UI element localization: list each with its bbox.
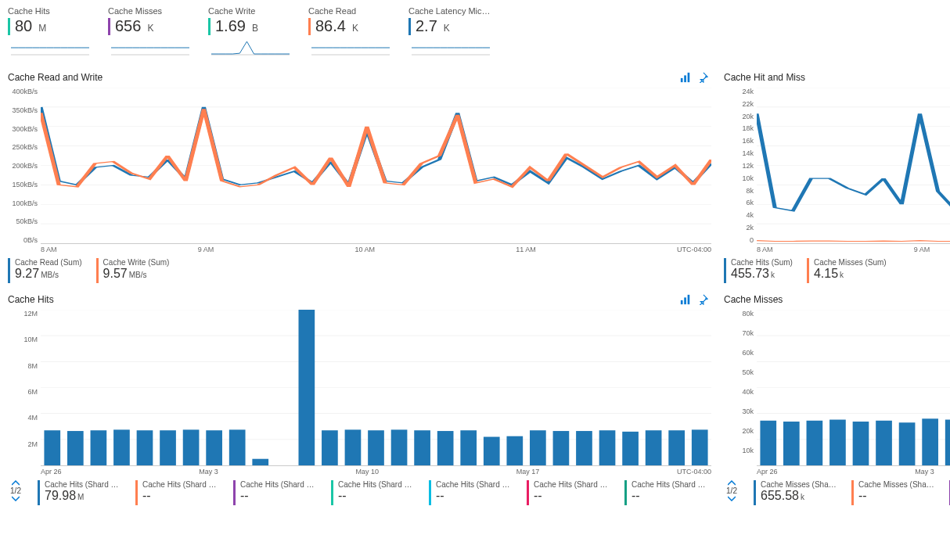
kpi-row: Cache Hits80MCache Misses656KCache Write… xyxy=(5,5,945,63)
chart-cache-hit-miss: Cache Hit and Miss 24k22k20k18k16k14k12k… xyxy=(721,70,950,283)
pin-icon[interactable] xyxy=(697,72,708,83)
svg-rect-52 xyxy=(345,429,362,465)
legend-name: Cache Hits (Shard 4)… xyxy=(436,480,513,489)
y-axis: 400kB/s350kB/s300kB/s250kB/s200kB/s150kB… xyxy=(5,88,41,244)
legend-item[interactable]: Cache Hits (Shard 0)…79.98M xyxy=(38,480,121,505)
axis-label: 6k xyxy=(721,199,754,206)
plot-area[interactable] xyxy=(757,88,950,244)
legend-name: Cache Hits (Sum) xyxy=(731,258,793,267)
legend-item[interactable]: Cache Hits (Shard 2)…-- xyxy=(233,480,317,505)
chevron-up-icon[interactable] xyxy=(728,480,736,486)
kpi-card[interactable]: Cache Latency Microsecor2.7K xyxy=(408,6,493,58)
chart-cache-hits: Cache Hits 12M10M8M6M4M2M Apr 26May 3May… xyxy=(5,293,711,505)
legend-item[interactable]: Cache Hits (Shard 3)…-- xyxy=(331,480,415,505)
axis-label: 350kB/s xyxy=(5,106,38,114)
axis-label: 250kB/s xyxy=(5,143,38,151)
legend-name: Cache Hits (Shard 2)… xyxy=(240,480,317,489)
axis-label: Apr 26 xyxy=(41,468,62,476)
legend-value: 9.57MB/s xyxy=(103,267,170,281)
legend-item[interactable]: Cache Hits (Shard 4)…-- xyxy=(429,480,513,505)
axis-label: 2M xyxy=(5,440,38,448)
legend-name: Cache Read (Sum) xyxy=(15,258,82,267)
plot-area[interactable] xyxy=(41,88,711,244)
kpi-value: 1.69 xyxy=(215,17,246,35)
legend-item[interactable]: Cache Hits (Shard 6)…-- xyxy=(624,480,708,505)
svg-rect-64 xyxy=(622,432,639,465)
svg-rect-53 xyxy=(368,430,384,465)
svg-rect-65 xyxy=(646,430,662,465)
kpi-card[interactable]: Cache Write1.69B xyxy=(208,6,293,58)
axis-label: 12k xyxy=(721,162,754,170)
svg-rect-81 xyxy=(829,420,846,465)
axis-label: 2k xyxy=(721,224,754,232)
bar-chart-icon[interactable] xyxy=(680,294,691,305)
legend-color-bar xyxy=(96,258,99,283)
svg-rect-56 xyxy=(437,431,454,465)
legend-item[interactable]: Cache Misses (Shard …-- xyxy=(851,480,935,505)
kpi-color-bar xyxy=(108,18,110,35)
svg-rect-67 xyxy=(692,429,708,465)
kpi-card[interactable]: Cache Read86.4K xyxy=(308,6,393,58)
legend-value: -- xyxy=(858,489,935,503)
y-axis: 12M10M8M6M4M2M xyxy=(5,310,41,466)
legend-item[interactable]: Cache Hits (Shard 5)…-- xyxy=(527,480,610,505)
chevron-down-icon[interactable] xyxy=(728,495,736,501)
svg-rect-48 xyxy=(252,459,268,465)
axis-label: 22k xyxy=(721,100,754,108)
legend-item[interactable]: Cache Write (Sum)9.57MB/s xyxy=(96,258,170,283)
kpi-title: Cache Latency Microsecor xyxy=(408,6,493,16)
legend-color-bar xyxy=(807,258,809,283)
svg-rect-29 xyxy=(681,300,683,304)
legend-color-bar xyxy=(851,480,854,505)
legend-item[interactable]: Cache Hits (Shard 1)…-- xyxy=(135,480,219,505)
kpi-card[interactable]: Cache Hits80M xyxy=(8,6,92,58)
legend-name: Cache Hits (Shard 0)… xyxy=(45,480,121,489)
legend-value: -- xyxy=(240,489,317,503)
axis-label: 100kB/s xyxy=(5,199,38,207)
legend-color-bar xyxy=(8,258,10,283)
legend-item[interactable]: Cache Hits (Sum)455.73k xyxy=(724,258,793,283)
axis-label: May 3 xyxy=(915,468,934,476)
kpi-color-bar xyxy=(8,18,10,35)
legend-color-bar xyxy=(724,258,726,283)
pin-icon[interactable] xyxy=(697,294,708,305)
svg-rect-63 xyxy=(599,430,616,465)
svg-rect-85 xyxy=(922,418,938,465)
svg-rect-60 xyxy=(530,430,546,465)
legend-name: Cache Write (Sum) xyxy=(103,258,170,267)
legend-row: Cache Read (Sum)9.27MB/sCache Write (Sum… xyxy=(5,253,711,283)
axis-label: 12M xyxy=(5,310,38,318)
legend-item[interactable]: Cache Misses (Shard 0)…655.58k xyxy=(754,480,837,505)
chevron-down-icon[interactable] xyxy=(12,495,20,501)
axis-label: 50k xyxy=(721,368,754,376)
kpi-value: 80 xyxy=(15,17,32,35)
kpi-card[interactable]: Cache Misses656K xyxy=(108,6,193,58)
axis-label: 60k xyxy=(721,349,754,357)
svg-rect-5 xyxy=(681,78,683,82)
kpi-value: 86.4 xyxy=(315,17,346,35)
legend-item[interactable]: Cache Misses (Sum)4.15k xyxy=(807,258,887,283)
axis-label: 6M xyxy=(5,388,38,396)
axis-label: 300kB/s xyxy=(5,125,38,133)
y-axis: 24k22k20k18k16k14k12k10k8k6k4k2k0 xyxy=(721,88,757,244)
legend-item[interactable]: Cache Read (Sum)9.27MB/s xyxy=(8,258,82,283)
axis-label: 20k xyxy=(721,113,754,120)
bar-chart-icon[interactable] xyxy=(680,72,691,83)
axis-label: 9 AM xyxy=(914,246,930,253)
axis-label: 16k xyxy=(721,137,754,145)
axis-label: 8 AM xyxy=(757,246,773,253)
chevron-up-icon[interactable] xyxy=(12,480,20,486)
svg-rect-39 xyxy=(44,430,60,465)
legend-row: Cache Hits (Sum)455.73kCache Misses (Sum… xyxy=(721,253,950,283)
axis-label: 4k xyxy=(721,211,754,219)
legend-value: 4.15k xyxy=(814,267,887,281)
axis-label: Apr 26 xyxy=(757,468,778,476)
axis-label: 0B/s xyxy=(5,236,38,244)
legend-value: 9.27MB/s xyxy=(15,267,82,281)
legend-color-bar xyxy=(429,480,431,505)
plot-area[interactable] xyxy=(41,310,711,466)
legend-value: -- xyxy=(436,489,513,503)
plot-area[interactable] xyxy=(757,310,950,466)
svg-rect-80 xyxy=(807,421,823,465)
kpi-value: 656 xyxy=(115,17,141,35)
